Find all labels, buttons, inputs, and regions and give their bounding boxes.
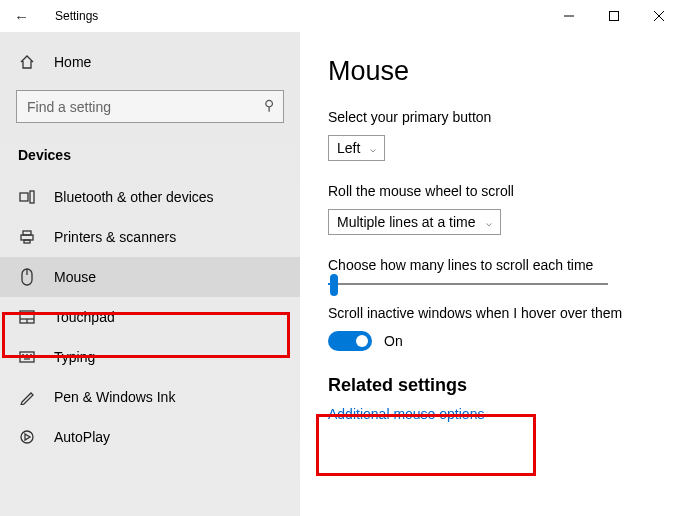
- svg-rect-5: [30, 191, 34, 203]
- search-input[interactable]: [16, 90, 284, 123]
- hover-scroll-toggle[interactable]: [328, 331, 372, 351]
- select-value: Left: [337, 140, 360, 156]
- svg-rect-8: [24, 240, 30, 243]
- related-settings-title: Related settings: [328, 375, 653, 396]
- sidebar-item-touchpad[interactable]: Touchpad: [0, 297, 300, 337]
- sidebar-item-label: AutoPlay: [54, 429, 110, 445]
- primary-button-select[interactable]: Left ⌵: [328, 135, 385, 161]
- pen-icon: [18, 389, 36, 405]
- autoplay-icon: [18, 429, 36, 445]
- settings-window: ← Settings Home ⚲ Devices Bluetooth & ot…: [0, 0, 681, 516]
- main-content: Mouse Select your primary button Left ⌵ …: [300, 32, 681, 516]
- lines-scroll-label: Choose how many lines to scroll each tim…: [328, 257, 653, 273]
- home-icon: [18, 54, 36, 70]
- page-title: Mouse: [328, 56, 653, 87]
- sidebar-item-bluetooth[interactable]: Bluetooth & other devices: [0, 177, 300, 217]
- svg-rect-4: [20, 193, 28, 201]
- sidebar-item-autoplay[interactable]: AutoPlay: [0, 417, 300, 457]
- window-title: Settings: [55, 9, 98, 23]
- printer-icon: [18, 229, 36, 245]
- sidebar-item-label: Bluetooth & other devices: [54, 189, 214, 205]
- touchpad-icon: [18, 310, 36, 324]
- titlebar: ← Settings: [0, 0, 681, 32]
- wheel-scroll-select[interactable]: Multiple lines at a time ⌵: [328, 209, 501, 235]
- svg-rect-7: [21, 235, 33, 240]
- chevron-down-icon: ⌵: [486, 217, 492, 228]
- group-title: Devices: [0, 141, 300, 177]
- home-label: Home: [54, 54, 91, 70]
- sidebar-item-label: Pen & Windows Ink: [54, 389, 175, 405]
- chevron-down-icon: ⌵: [370, 143, 376, 154]
- slider-thumb[interactable]: [330, 274, 338, 296]
- toggle-state: On: [384, 333, 403, 349]
- lines-scroll-slider[interactable]: [328, 283, 608, 285]
- sidebar-item-label: Typing: [54, 349, 95, 365]
- additional-mouse-options-link[interactable]: Additional mouse options: [328, 406, 653, 422]
- sidebar-item-typing[interactable]: Typing: [0, 337, 300, 377]
- sidebar-item-label: Mouse: [54, 269, 96, 285]
- search-icon: ⚲: [264, 97, 274, 113]
- svg-rect-1: [609, 12, 618, 21]
- sidebar-item-label: Touchpad: [54, 309, 115, 325]
- close-button[interactable]: [636, 1, 681, 31]
- maximize-button[interactable]: [591, 1, 636, 31]
- sidebar-item-pen[interactable]: Pen & Windows Ink: [0, 377, 300, 417]
- primary-button-label: Select your primary button: [328, 109, 653, 125]
- sidebar: Home ⚲ Devices Bluetooth & other devices…: [0, 32, 300, 516]
- wheel-scroll-label: Roll the mouse wheel to scroll: [328, 183, 653, 199]
- devices-icon: [18, 190, 36, 204]
- mouse-icon: [18, 268, 36, 286]
- back-button[interactable]: ←: [6, 8, 37, 25]
- keyboard-icon: [18, 351, 36, 363]
- select-value: Multiple lines at a time: [337, 214, 476, 230]
- home-link[interactable]: Home: [0, 42, 300, 82]
- sidebar-item-label: Printers & scanners: [54, 229, 176, 245]
- svg-rect-14: [20, 352, 34, 362]
- window-controls: [546, 1, 681, 31]
- minimize-button[interactable]: [546, 1, 591, 31]
- sidebar-item-printers[interactable]: Printers & scanners: [0, 217, 300, 257]
- sidebar-item-mouse[interactable]: Mouse: [0, 257, 300, 297]
- hover-scroll-label: Scroll inactive windows when I hover ove…: [328, 305, 653, 321]
